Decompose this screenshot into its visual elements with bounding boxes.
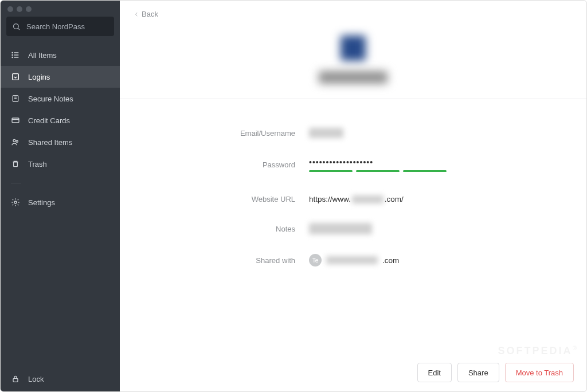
website-value[interactable]: https://www..com/	[309, 195, 535, 203]
shared-suffix: .com	[382, 256, 399, 265]
search-input[interactable]: Search NordPass	[6, 17, 114, 36]
close-window-dot[interactable]	[7, 6, 13, 12]
users-icon	[11, 138, 20, 147]
password-masked: •••••••••••••••••••	[309, 158, 373, 167]
shared-with-value[interactable]: Te .com	[309, 254, 535, 266]
minimize-window-dot[interactable]	[17, 6, 22, 12]
credit-card-icon	[11, 116, 20, 125]
field-label: Email/Username	[171, 129, 309, 138]
chevron-left-icon	[134, 11, 139, 17]
svg-rect-10	[12, 118, 19, 123]
sidebar-item-label: Trash	[28, 160, 47, 168]
share-button[interactable]: Share	[457, 363, 499, 382]
main-panel: Back Email/Username Password •••••••••••…	[120, 1, 586, 391]
list-icon	[11, 50, 20, 60]
sidebar-item-secure-notes[interactable]: Secure Notes	[1, 88, 120, 109]
field-password: Password •••••••••••••••••••	[171, 158, 535, 172]
notes-value-redacted[interactable]	[309, 223, 535, 234]
item-header	[120, 18, 586, 99]
field-label: Password	[171, 160, 309, 169]
field-label: Website URL	[171, 195, 309, 203]
sidebar-item-all-items[interactable]: All Items	[1, 44, 120, 66]
gear-icon	[11, 198, 20, 207]
url-suffix: .com/	[385, 195, 404, 203]
back-label: Back	[142, 10, 158, 18]
search-icon	[12, 22, 21, 31]
lock-icon	[11, 374, 20, 383]
item-title-redacted	[319, 71, 388, 84]
avatar: Te	[309, 254, 322, 266]
field-website-url: Website URL https://www..com/	[171, 195, 535, 203]
login-icon	[11, 72, 20, 81]
svg-point-0	[14, 23, 19, 29]
note-icon	[11, 94, 20, 103]
svg-rect-14	[14, 162, 18, 167]
sidebar-item-shared-items[interactable]: Shared Items	[1, 131, 120, 153]
sidebar-item-label: All Items	[28, 51, 57, 60]
sidebar-item-label: Secure Notes	[28, 95, 73, 103]
password-strength-meter	[309, 170, 447, 172]
field-notes: Notes	[171, 223, 535, 234]
item-fields: Email/Username Password ••••••••••••••••…	[120, 99, 586, 286]
action-bar: Edit Share Move to Trash	[417, 363, 574, 382]
maximize-window-dot[interactable]	[26, 6, 32, 12]
lock-label: Lock	[28, 375, 44, 383]
strength-segment	[403, 170, 447, 172]
field-value-redacted[interactable]	[309, 128, 535, 138]
edit-button[interactable]: Edit	[417, 363, 452, 382]
sidebar-nav: All Items Logins Secure Notes Credit Car…	[1, 44, 120, 213]
window-controls	[1, 1, 120, 14]
field-shared-with: Shared with Te .com	[171, 254, 535, 266]
svg-point-5	[12, 52, 13, 53]
field-label: Shared with	[171, 256, 309, 265]
search-placeholder: Search NordPass	[26, 22, 108, 31]
svg-point-6	[12, 54, 13, 55]
svg-rect-8	[13, 74, 19, 80]
sidebar-item-logins[interactable]: Logins	[1, 66, 120, 88]
strength-segment	[356, 170, 400, 172]
move-to-trash-button[interactable]: Move to Trash	[505, 363, 574, 382]
sidebar-item-credit-cards[interactable]: Credit Cards	[1, 109, 120, 131]
svg-point-13	[16, 140, 18, 142]
svg-line-1	[18, 28, 19, 30]
password-value[interactable]: •••••••••••••••••••	[309, 158, 535, 172]
item-logo	[341, 36, 366, 61]
trash-icon	[11, 159, 20, 168]
sidebar-item-label: Shared Items	[28, 138, 72, 147]
sidebar-divider	[11, 183, 21, 183]
sidebar-item-settings[interactable]: Settings	[1, 191, 120, 213]
svg-point-7	[12, 57, 13, 57]
sidebar-item-label: Logins	[28, 73, 50, 81]
lock-button[interactable]: Lock	[11, 374, 109, 383]
sidebar-item-trash[interactable]: Trash	[1, 153, 120, 175]
url-prefix: https://www.	[309, 195, 351, 203]
sidebar: Search NordPass All Items Logins Secure …	[1, 1, 120, 391]
svg-rect-16	[13, 378, 18, 382]
field-label: Notes	[171, 225, 309, 233]
strength-segment	[309, 170, 353, 172]
sidebar-item-label: Credit Cards	[28, 116, 70, 125]
svg-point-15	[14, 201, 17, 203]
field-email-username: Email/Username	[171, 128, 535, 138]
sidebar-item-label: Settings	[28, 198, 55, 207]
back-button[interactable]: Back	[120, 1, 586, 18]
watermark: SOFTPEDIA®	[498, 345, 578, 357]
svg-point-12	[13, 139, 15, 142]
